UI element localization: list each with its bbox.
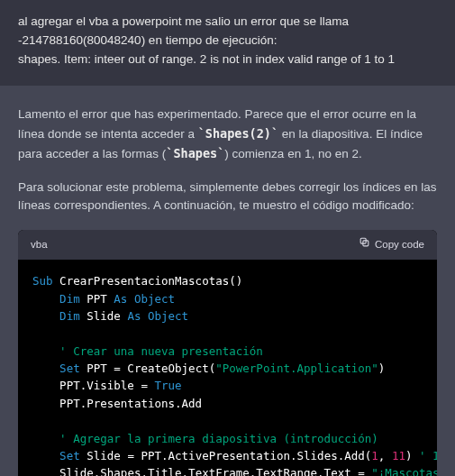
cmt: ' Crear una nueva presentación xyxy=(59,344,263,358)
id: PPT xyxy=(86,292,107,306)
kw: Dim xyxy=(59,309,80,323)
id: CrearPresentacionMascotas() xyxy=(59,274,242,288)
inline-code-shapes2: `Shapes(2)` xyxy=(198,126,278,141)
inline-code-shapes: `Shapes` xyxy=(166,146,224,160)
code-lang-label: vba xyxy=(31,237,48,253)
cmt: ' 11 = ppLayoutTitl xyxy=(419,449,437,462)
text: ) comienza en 1, no en 2. xyxy=(224,147,361,160)
code-header: vba Copy code xyxy=(18,230,437,260)
kw: As xyxy=(114,292,127,306)
copy-label: Copy code xyxy=(375,237,424,253)
str: "¡Mascotas maravillosas!" xyxy=(371,466,437,476)
code-content[interactable]: Sub CrearPresentacionMascotas() Dim PPT … xyxy=(18,260,437,476)
id: .Shapes.Title.TextFrame.TextRange.Text = xyxy=(94,466,372,476)
code-block: vba Copy code Sub CrearPresentacionMasco… xyxy=(18,230,437,476)
user-text-line2: shapes. Item: inteer out of range. 2 is … xyxy=(18,52,395,66)
kw: Sub xyxy=(32,274,53,288)
kw: Dim xyxy=(59,292,80,306)
str: "PowerPoint.Application" xyxy=(215,362,378,375)
assistant-paragraph-1: Lamento el error que has experimentado. … xyxy=(18,105,437,164)
id: Slide xyxy=(86,449,121,462)
num: 1 xyxy=(371,449,378,462)
kw: True xyxy=(154,379,181,392)
id: Slide xyxy=(59,466,94,476)
user-message: al agregar el vba a powerpoint me salio … xyxy=(0,0,455,86)
num: 11 xyxy=(392,449,405,462)
id: Slide xyxy=(86,309,121,323)
kw: Object xyxy=(148,309,188,323)
assistant-message: Lamento el error que has experimentado. … xyxy=(0,86,455,476)
copy-code-button[interactable]: Copy code xyxy=(359,236,424,253)
kw: Set xyxy=(59,362,80,375)
kw: Object xyxy=(134,292,175,306)
id: ) xyxy=(405,449,419,462)
user-text-line1: al agregar el vba a powerpoint me salio … xyxy=(18,14,349,47)
assistant-paragraph-2: Para solucionar este problema, simplemen… xyxy=(18,178,437,216)
id: , xyxy=(378,449,392,462)
id: PPT xyxy=(59,379,80,392)
id: = CreateObject( xyxy=(107,362,215,375)
kw: As xyxy=(127,309,141,323)
copy-icon xyxy=(359,236,370,253)
id: PPT xyxy=(86,362,107,375)
id: ) xyxy=(378,362,386,375)
id: PPT xyxy=(59,397,80,410)
kw: Set xyxy=(59,449,80,462)
id: .Visible = xyxy=(80,379,155,392)
id: = PPT.ActivePresentation.Slides.Add( xyxy=(121,449,371,462)
id: .Presentations.Add xyxy=(80,397,202,410)
cmt: ' Agregar la primera diapositiva (introd… xyxy=(59,432,378,445)
